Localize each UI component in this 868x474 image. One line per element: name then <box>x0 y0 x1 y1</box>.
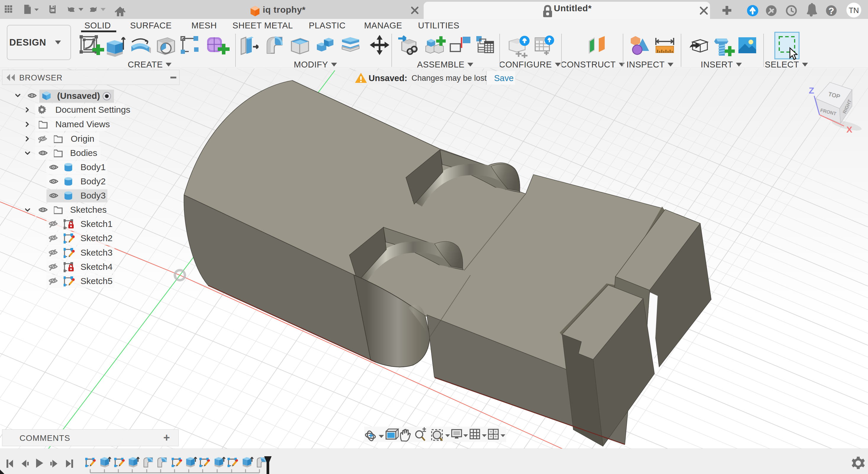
svg-text:?: ? <box>828 6 834 16</box>
svg-text:X: X <box>846 125 852 134</box>
svg-text:TN: TN <box>849 6 859 15</box>
svg-text:Z: Z <box>809 86 814 95</box>
